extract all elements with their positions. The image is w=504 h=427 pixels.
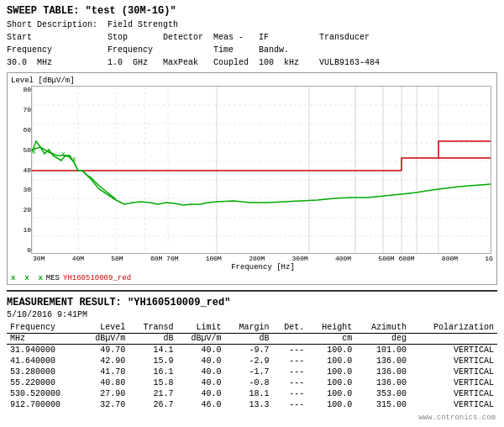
col-unit-transd: dB <box>129 334 176 345</box>
col-header-height: Height <box>307 323 355 334</box>
sweep-title: SWEEP TABLE: "test (30M-1G)" <box>7 5 497 17</box>
cell-det: --- <box>273 356 308 366</box>
cell-height: 100.0 <box>307 356 355 366</box>
y-tick-70: 70 <box>23 106 31 113</box>
y-tick-60: 60 <box>23 126 31 134</box>
x-label-30m: 30M <box>33 255 45 262</box>
col-empty2 <box>309 44 319 56</box>
col-header-det: Det. <box>273 323 308 334</box>
result-title: MEASUREMENT RESULT: "YH160510009_red" <box>7 297 497 308</box>
x-label-400m: 400M <box>335 255 351 262</box>
cell-transd: 16.1 <box>129 366 176 377</box>
legend-color-label: YH160510009_red <box>63 274 131 282</box>
short-desc-value: Field Strength <box>108 18 319 31</box>
cell-transd: 15.8 <box>129 377 176 388</box>
cell-azimuth: 101.00 <box>355 345 410 356</box>
cell-azimuth: 353.00 <box>355 388 410 399</box>
x-label-200m: 200M <box>249 255 265 262</box>
col-transducer-sub <box>319 44 390 56</box>
cell-margin: 18.1 <box>225 388 273 399</box>
cell-det: --- <box>273 399 308 410</box>
cell-polarization: VERTICAL <box>410 345 497 356</box>
col-unit-azimuth: deg <box>355 334 410 345</box>
cell-azimuth: 315.00 <box>355 399 410 410</box>
cell-level: 40.80 <box>81 377 129 388</box>
cell-limit: 40.0 <box>176 345 224 356</box>
table-row: 31.940000 49.70 14.1 40.0 -9.7 --- 100.0… <box>7 345 497 356</box>
y-tick-30: 30 <box>23 186 31 193</box>
cell-limit: 40.0 <box>176 356 224 366</box>
cell-margin: 13.3 <box>225 399 273 410</box>
svg-text:x: x <box>72 156 76 163</box>
table-row: 53.280000 41.70 16.1 40.0 -1.7 --- 100.0… <box>7 366 497 377</box>
cell-azimuth: 136.00 <box>355 366 410 377</box>
transducer-value: VULB9163-484 <box>319 56 390 69</box>
cell-transd: 26.7 <box>129 399 176 410</box>
cell-det: --- <box>273 388 308 399</box>
cell-polarization: VERTICAL <box>410 399 497 410</box>
chart-legend: x x x MES YH160510009_red <box>11 274 493 282</box>
cell-margin: -0.8 <box>225 377 273 388</box>
cell-freq: 31.940000 <box>7 345 81 356</box>
cell-freq: 912.700000 <box>7 399 81 410</box>
col-stop-label: Stop <box>108 31 163 44</box>
col-header-limit: Limit <box>176 323 224 334</box>
cell-level: 27.90 <box>81 388 129 399</box>
col-unit-margin: dB <box>225 334 273 345</box>
svg-text:x: x <box>32 148 36 156</box>
col-header-azimuth: Azimuth <box>355 323 410 334</box>
cell-margin: -1.7 <box>225 366 273 377</box>
cell-transd: 15.9 <box>129 356 176 366</box>
y-tick-50: 50 <box>23 146 31 154</box>
y-tick-20: 20 <box>23 206 31 214</box>
col-header-transd: Transd <box>129 323 176 334</box>
stop-freq-value: 1.0 GHz <box>108 56 163 69</box>
detector-value: MaxPeak <box>163 56 213 69</box>
watermark: www.cntronics.com <box>418 414 496 422</box>
y-tick-40: 40 <box>23 166 31 174</box>
cell-freq: 53.280000 <box>7 366 81 377</box>
col-time-label: Time <box>213 44 259 56</box>
cell-level: 49.70 <box>81 345 129 356</box>
cell-limit: 46.0 <box>176 399 224 410</box>
cell-azimuth: 136.00 <box>355 377 410 388</box>
x-label-40m: 40M <box>72 255 84 262</box>
x-label-100m: 100M <box>206 255 222 262</box>
cell-polarization: VERTICAL <box>410 388 497 399</box>
cell-limit: 40.0 <box>176 388 224 399</box>
col-unit-height: cm <box>307 334 355 345</box>
col-bandw-label: Bandw. <box>259 44 309 56</box>
cell-azimuth: 136.00 <box>355 356 410 366</box>
x-axis-title: Frequency [Hz] <box>33 263 493 271</box>
col-start-label: Start <box>7 31 108 44</box>
col-detector-sub <box>163 44 213 56</box>
x-label-500600m: 500M 600M <box>378 255 414 262</box>
col-header-polarization: Polarization <box>410 323 497 334</box>
x-label-6070m: 60M 70M <box>150 255 179 262</box>
cell-polarization: VERTICAL <box>410 366 497 377</box>
legend-mes-label: MES <box>46 274 60 282</box>
x-label-300m: 300M <box>292 255 308 262</box>
col-header-margin: Margin <box>225 323 273 334</box>
cell-freq: 41.640000 <box>7 356 81 366</box>
col-unit-level: dBµV/m <box>81 334 129 345</box>
start-freq-value: 30.0 MHz <box>7 56 108 69</box>
cell-margin: -9.7 <box>225 345 273 356</box>
col-detector-label: Detector <box>163 31 213 44</box>
y-tick-80: 80 <box>23 86 31 93</box>
col-header-level: Level <box>81 323 129 334</box>
result-datetime: 5/10/2016 9:41PM <box>7 310 497 319</box>
col-unit-mhz: MHz <box>7 334 81 345</box>
cell-det: --- <box>273 366 308 377</box>
cell-limit: 40.0 <box>176 366 224 377</box>
table-row: 41.640000 42.90 15.9 40.0 -2.9 --- 100.0… <box>7 356 497 366</box>
cell-height: 100.0 <box>307 366 355 377</box>
cell-level: 32.70 <box>81 399 129 410</box>
cell-level: 41.70 <box>81 366 129 377</box>
col-if-label: IF <box>259 31 309 44</box>
chart-container: Level [dBµV/m] 80 70 60 50 40 30 20 10 0 <box>7 72 497 285</box>
x-label-800m: 800M <box>442 255 458 262</box>
col-header-frequency: Frequency <box>7 323 81 334</box>
table-row: 912.700000 32.70 26.7 46.0 13.3 --- 100.… <box>7 399 497 410</box>
cell-polarization: VERTICAL <box>410 356 497 366</box>
